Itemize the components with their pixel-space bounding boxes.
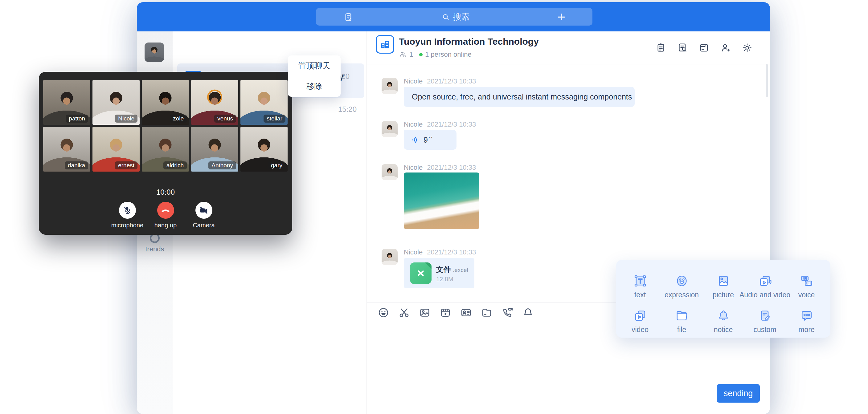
online-dot	[419, 53, 423, 56]
chat-header: Tuoyun Information Technology 1 1 person…	[367, 31, 770, 64]
message-toolbar	[377, 307, 534, 319]
participant-name: danika	[65, 161, 88, 169]
message-meta: Nicole2021/12/3 10:33	[404, 248, 476, 256]
popup-item-label: expression	[664, 291, 699, 299]
video-call-icon[interactable]	[501, 307, 514, 319]
image-message[interactable]	[404, 172, 479, 229]
contact-card-icon[interactable]	[460, 307, 472, 319]
message-meta: Nicole2021/12/3 10:33	[404, 164, 476, 171]
voice-duration: 9``	[424, 135, 433, 145]
notification-icon[interactable]	[522, 307, 534, 319]
popup-item-label: Audio and video	[740, 291, 790, 299]
video-icon	[633, 308, 648, 323]
sender-name: Nicole	[404, 121, 423, 128]
participant-video-tile: gary	[241, 127, 287, 171]
voice-icon	[799, 274, 814, 288]
file-size: 12.8M	[436, 276, 454, 283]
chat-item2-time: 15:20	[338, 105, 356, 114]
file-box-icon[interactable]	[698, 42, 710, 54]
picture-icon	[716, 274, 731, 288]
control-label: Camera	[186, 222, 222, 229]
popup-item-expression[interactable]: expression	[661, 274, 703, 299]
add-member-icon[interactable]	[720, 42, 732, 54]
call-controls: microphonehang upCamera	[39, 202, 292, 229]
emoji-icon[interactable]	[377, 307, 390, 319]
user-avatar[interactable]	[145, 42, 164, 62]
participant-video-tile: ernest	[92, 127, 140, 171]
video-call-panel: pattonNicolezolevenusstellardanikaernest…	[39, 72, 292, 235]
video-clip-icon[interactable]	[439, 307, 452, 319]
popup-item-label: video	[631, 326, 649, 334]
message-meta: Nicole2021/12/3 10:33	[404, 121, 476, 128]
popup-item-label: custom	[753, 326, 776, 334]
chat-main: Tuoyun Information Technology 1 1 person…	[367, 31, 770, 414]
message-avatar[interactable]	[381, 249, 398, 265]
popup-item-notice[interactable]: notice	[703, 308, 744, 334]
popup-item-label: picture	[713, 291, 734, 299]
page: 搜索 + trends Tuoyun Information Technolog…	[0, 0, 868, 414]
participant-name: stellar	[264, 115, 285, 123]
message-time: 2021/12/3 10:33	[427, 77, 476, 85]
menu-item-pin-chat[interactable]: 置顶聊天	[288, 56, 341, 76]
popup-item-text[interactable]: text	[619, 274, 661, 299]
file-ext: .excel	[453, 267, 468, 273]
popup-item-picture[interactable]: picture	[703, 274, 744, 299]
sidebar-item-trends[interactable]: trends	[137, 233, 173, 253]
voice-message-bubble[interactable]: 9``	[404, 130, 457, 150]
scrollbar-thumb[interactable]	[766, 64, 768, 97]
trends-label: trends	[137, 245, 173, 253]
participant-video-tile: danika	[43, 127, 90, 171]
send-button[interactable]: sending	[717, 384, 760, 403]
participant-name: Nicole	[115, 115, 137, 123]
screenshot-icon[interactable]	[398, 307, 410, 319]
popup-item-label: text	[634, 291, 646, 299]
participant-name: venus	[214, 115, 236, 123]
more-icon	[799, 308, 814, 323]
image-icon[interactable]	[418, 307, 431, 319]
folder-icon[interactable]	[480, 307, 493, 319]
text-message-bubble: Open source, free, and universal instant…	[404, 87, 635, 107]
online-status: 1 person online	[425, 51, 471, 59]
participant-video-tile: stellar	[241, 80, 287, 125]
popup-item-video[interactable]: video	[619, 308, 661, 334]
chat-subtitle: 1 1 person online	[399, 51, 472, 59]
file-message-card[interactable]: 文件.excel12.8M	[404, 258, 474, 288]
menu-item-remove[interactable]: 移除	[288, 76, 341, 97]
popup-item-voice[interactable]: voice	[786, 274, 827, 299]
file-name: 文件.excel	[436, 264, 468, 275]
participant-name: aldrich	[163, 161, 187, 169]
popup-grid: textexpressionpictureAudio and videovoic…	[619, 274, 827, 334]
microphone-muted-button[interactable]	[119, 202, 136, 219]
message-time: 2021/12/3 10:33	[427, 121, 476, 128]
search-bar[interactable]: 搜索 +	[316, 8, 592, 26]
hang-up-button[interactable]	[157, 202, 174, 219]
call-timer: 10:00	[39, 188, 292, 196]
popup-item-audio-and-video[interactable]: Audio and video	[744, 274, 786, 299]
excel-file-icon	[410, 262, 432, 284]
voice-wave-icon	[410, 135, 420, 145]
text-message-icon	[633, 274, 648, 288]
message-time: 2021/12/3 10:33	[427, 248, 476, 256]
participant-video-tile: patton	[43, 80, 90, 125]
member-count: 1	[409, 51, 413, 59]
announcement-icon[interactable]	[655, 42, 667, 54]
chat-history-icon[interactable]	[677, 42, 688, 54]
search-field[interactable]: 搜索	[441, 11, 470, 23]
popup-item-file[interactable]: file	[661, 308, 703, 334]
message-avatar[interactable]	[381, 164, 398, 180]
message-avatar[interactable]	[381, 121, 398, 137]
members-icon	[399, 51, 407, 59]
message-meta: Nicole2021/12/3 10:33	[404, 77, 476, 85]
settings-icon[interactable]	[741, 42, 753, 54]
search-icon	[441, 12, 450, 21]
camera-muted-button[interactable]	[195, 202, 212, 219]
collection-icon[interactable]	[343, 12, 353, 22]
message-time: 2021/12/3 10:33	[427, 164, 476, 171]
participant-video-tile: Nicole	[92, 80, 140, 125]
message-avatar[interactable]	[381, 78, 398, 94]
Camera-control: Camera	[186, 202, 222, 229]
participant-name: patton	[66, 115, 88, 123]
plus-icon[interactable]: +	[557, 10, 565, 24]
popup-item-custom[interactable]: custom	[744, 308, 786, 334]
popup-item-more[interactable]: more	[786, 308, 827, 334]
